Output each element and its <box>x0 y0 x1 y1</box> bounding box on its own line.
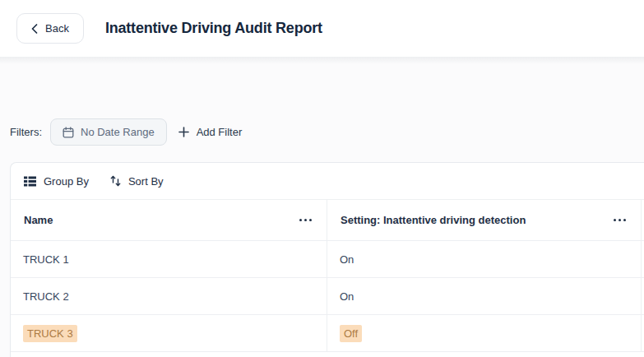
app-header: Back Inattentive Driving Audit Report <box>0 0 644 58</box>
setting-value: On <box>340 290 354 303</box>
chevron-left-icon <box>31 24 38 34</box>
table-row-name-cell[interactable]: TRUCK 1 <box>11 241 327 278</box>
calendar-icon <box>63 127 74 138</box>
plus-icon <box>178 127 189 137</box>
arrows-up-down-icon <box>110 175 121 187</box>
date-range-filter-button[interactable]: No Date Range <box>50 118 167 146</box>
back-button[interactable]: Back <box>16 13 84 44</box>
column-header-name-label: Name <box>24 214 53 226</box>
vehicle-name: TRUCK 2 <box>23 290 69 303</box>
add-filter-button[interactable]: Add Filter <box>167 118 254 146</box>
column-menu-ellipsis-icon[interactable] <box>298 216 313 225</box>
list-icon <box>24 176 36 187</box>
table-row-setting-cell[interactable]: On <box>327 278 641 315</box>
page-title: Inattentive Driving Audit Report <box>105 20 322 37</box>
setting-value: Off <box>340 325 362 342</box>
sort-by-button[interactable]: Sort By <box>110 175 164 188</box>
setting-value: On <box>340 253 354 266</box>
table-row-overflow-cell <box>641 241 644 278</box>
sort-by-label: Sort By <box>128 175 164 188</box>
table-row-overflow-cell <box>641 278 644 315</box>
report-table-card: Group By Sort By Name Setting: Inattenti… <box>10 162 644 357</box>
table-row-setting-cell[interactable]: Off <box>327 315 641 352</box>
vehicle-name: TRUCK 1 <box>23 253 69 266</box>
date-range-filter-label: No Date Range <box>81 126 155 138</box>
vehicle-name: TRUCK 3 <box>23 325 77 342</box>
table-row-setting-cell[interactable]: On <box>327 241 641 278</box>
table-row-name-cell[interactable]: TRUCK 2 <box>11 278 327 315</box>
audit-table: Name Setting: Inattentive driving detect… <box>11 200 644 352</box>
table-row-name-cell[interactable]: TRUCK 3 <box>11 315 327 352</box>
add-filter-label: Add Filter <box>197 126 243 138</box>
table-toolbar: Group By Sort By <box>11 163 644 200</box>
column-header-name: Name <box>11 200 327 241</box>
table-row-overflow-cell <box>641 315 644 352</box>
group-by-button[interactable]: Group By <box>24 175 89 188</box>
filters-label: Filters: <box>10 126 42 138</box>
filters-bar: Filters: No Date Range Add Filter <box>10 118 253 146</box>
column-menu-ellipsis-icon[interactable] <box>612 216 628 225</box>
column-header-setting-label: Setting: Inattentive driving detection <box>341 214 526 226</box>
column-header-setting: Setting: Inattentive driving detection <box>327 200 641 241</box>
group-by-label: Group By <box>44 175 89 188</box>
column-header-overflow <box>641 200 644 241</box>
back-button-label: Back <box>45 22 69 35</box>
